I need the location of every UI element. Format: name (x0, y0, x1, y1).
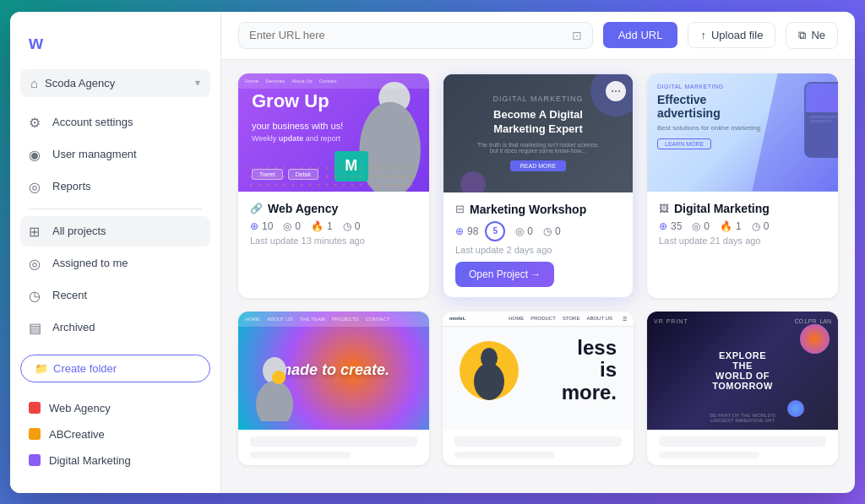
thumbnail-grow-up: Grow Upyour business with us! Weekly upd… (238, 73, 429, 192)
project-card-less-is-more: mmlst. HOMEPRODUCTSTOREABOUT US ☰ lessis… (443, 312, 634, 465)
card-update: Last update 21 days ago (659, 236, 826, 246)
sidebar-item-recent[interactable]: ◷ Recent (20, 280, 210, 311)
agency-name: Scoda Agency (45, 77, 115, 89)
main-content: ⊡ Add URL ↑ Upload file ⧉ Ne Grow Upyour… (221, 12, 855, 493)
orb1 (800, 324, 830, 354)
thumbnail-marketing: DIGITAL MARKETING Become A DigitalMarket… (443, 74, 633, 192)
sidebar-item-user-management[interactable]: ◉ User managment (20, 139, 210, 170)
sidebar-nav: ⚙ Account settings ◉ User managment ◎ Re… (10, 104, 220, 348)
three-dots-menu[interactable]: ⋯ (606, 81, 626, 101)
archive-icon: ▤ (29, 320, 44, 335)
sidebar-item-all-projects[interactable]: ⊞ All projects (20, 216, 210, 247)
project-card-marketing-workshop: DIGITAL MARKETING Become A DigitalMarket… (443, 73, 634, 298)
avatar-icon: ◎ (692, 220, 700, 232)
avatar-icon: ◎ (283, 220, 291, 232)
card-body: ⊟ Marketing Workshop ⊕ 98 5 ◎ (443, 192, 633, 297)
user-icon: ◉ (29, 147, 44, 162)
card-thumbnail: Grow Upyour business with us! Weekly upd… (238, 73, 429, 192)
sidebar-item-archived[interactable]: ▤ Archived (20, 312, 210, 343)
nav-label: Archived (52, 321, 95, 333)
home-icon: ⌂ (30, 76, 38, 90)
logo: w (10, 25, 220, 69)
card-body: 🔗 Web Agency ⊕ 10 ◎ 0 🔥 (238, 192, 429, 256)
nav-divider (29, 209, 202, 209)
folder-item-tech-company[interactable]: Tech Company (20, 474, 210, 480)
svg-point-9 (474, 363, 504, 400)
folder-color-dot (29, 428, 41, 440)
thumbnail-made: HOMEABOUT USTHE TEAMPROJECTSCONTACT made… (238, 312, 429, 430)
card-title: Web Agency (268, 202, 338, 215)
folder-label: Web Agency (49, 402, 111, 415)
project-card-explore-tomorrow: VR PRINT CO.LPR_LAN EXPLORETHEWORLD OFTO… (647, 312, 838, 465)
chevron-down-icon: ▾ (195, 77, 200, 89)
folder-item-ab-creative[interactable]: ABCreative (20, 422, 210, 447)
card-thumbnail: mmlst. HOMEPRODUCTSTOREABOUT US ☰ lessis… (443, 312, 634, 430)
card-thumbnail: VR PRINT CO.LPR_LAN EXPLORETHEWORLD OFTO… (647, 312, 838, 430)
card-thumbnail: HOMEABOUT USTHE TEAMPROJECTSCONTACT made… (238, 312, 429, 430)
nav-label: Account settings (52, 116, 133, 128)
sidebar-item-reports[interactable]: ◎ Reports (20, 171, 210, 202)
folder-item-web-agency[interactable]: Web Agency (20, 396, 210, 420)
clock-icon: ◷ (29, 288, 44, 303)
agency-selector[interactable]: ⌂ Scoda Agency ▾ (20, 69, 210, 97)
card-thumbnail: DIGITAL MARKETING Effectiveadvertising B… (647, 73, 838, 192)
card-title: Digital Marketing (674, 202, 770, 215)
project-card-effective-advertising: DIGITAL MARKETING Effectiveadvertising B… (647, 73, 838, 298)
card-stats: ⊕ 98 5 ◎ 0 ◷ 0 (455, 221, 621, 241)
card-body: 🖼 Digital Marketing ⊕ 35 ◎ 0 � (647, 192, 838, 256)
create-folder-button[interactable]: 📁 Create folder (20, 355, 210, 382)
columns-icon: ⊟ (455, 203, 465, 215)
folder-label: Digital Marketing (49, 454, 131, 467)
fire-icon: 🔥 (720, 220, 732, 232)
clock-icon: ◷ (543, 225, 552, 237)
project-card-web-agency: Grow Upyour business with us! Weekly upd… (238, 73, 429, 298)
nav-label: Assigned to me (52, 257, 128, 269)
thumbnail-effective: DIGITAL MARKETING Effectiveadvertising B… (647, 73, 838, 192)
card-body (238, 430, 429, 465)
nav-label: User managment (52, 148, 137, 160)
topbar: ⊡ Add URL ↑ Upload file ⧉ Ne (221, 12, 855, 60)
sidebar-item-account-settings[interactable]: ⚙ Account settings (20, 107, 210, 138)
folder-label: ABCreative (49, 428, 105, 441)
project-card-made-to-create: HOMEABOUT USTHE TEAMPROJECTSCONTACT made… (238, 312, 429, 465)
card-thumbnail: DIGITAL MARKETING Become A DigitalMarket… (443, 74, 633, 192)
card-update: Last update 2 days ago (455, 245, 621, 255)
views-icon: ⊕ (659, 220, 667, 232)
svg-text:w: w (28, 32, 44, 53)
views-icon: ⊕ (455, 225, 464, 237)
folder-plus-icon: 📁 (35, 362, 48, 375)
views-icon: ⊕ (250, 220, 258, 232)
folder-section: Web Agency ABCreative Digital Marketing … (10, 389, 220, 480)
avatar-ring: 5 (485, 221, 505, 241)
link-icon: 🔗 (250, 203, 263, 214)
chart-icon: ◎ (29, 179, 44, 194)
fire-icon: 🔥 (311, 220, 324, 232)
open-project-button[interactable]: Open Project → (455, 262, 554, 287)
card-update: Last update 13 minutes ago (250, 236, 417, 246)
thumbnail-explore: VR PRINT CO.LPR_LAN EXPLORETHEWORLD OFTO… (647, 312, 838, 430)
svg-rect-4 (249, 166, 418, 192)
clock-icon: ◷ (343, 220, 351, 232)
project-grid: Grow Upyour business with us! Weekly upd… (221, 60, 855, 493)
gear-icon: ⚙ (29, 115, 44, 130)
card-stats: ⊕ 35 ◎ 0 🔥 1 ◷ 0 (659, 220, 826, 232)
url-input-wrapper[interactable]: ⊡ (238, 22, 593, 49)
folder-item-digital-marketing[interactable]: Digital Marketing (20, 448, 210, 473)
sidebar-item-assigned-to-me[interactable]: ◎ Assigned to me (20, 248, 210, 279)
card-body (443, 430, 634, 465)
card-title: Marketing Workshop (470, 203, 586, 216)
folder-color-dot (29, 454, 41, 466)
logo-icon: w (27, 29, 54, 56)
new-button[interactable]: ⧉ Ne (786, 22, 838, 49)
grid-icon: ⊞ (29, 224, 44, 239)
add-url-button[interactable]: Add URL (603, 22, 678, 48)
nav-label: Recent (52, 289, 87, 301)
thumbnail-less: mmlst. HOMEPRODUCTSTOREABOUT US ☰ lessis… (443, 312, 634, 430)
svg-point-6 (256, 381, 293, 421)
upload-file-button[interactable]: ↑ Upload file (688, 22, 775, 48)
new-tab-icon: ⧉ (798, 29, 806, 42)
url-input[interactable] (249, 29, 565, 41)
upload-icon: ↑ (700, 29, 706, 41)
user-circle-icon: ◎ (29, 256, 44, 271)
image-icon: 🖼 (659, 203, 669, 214)
